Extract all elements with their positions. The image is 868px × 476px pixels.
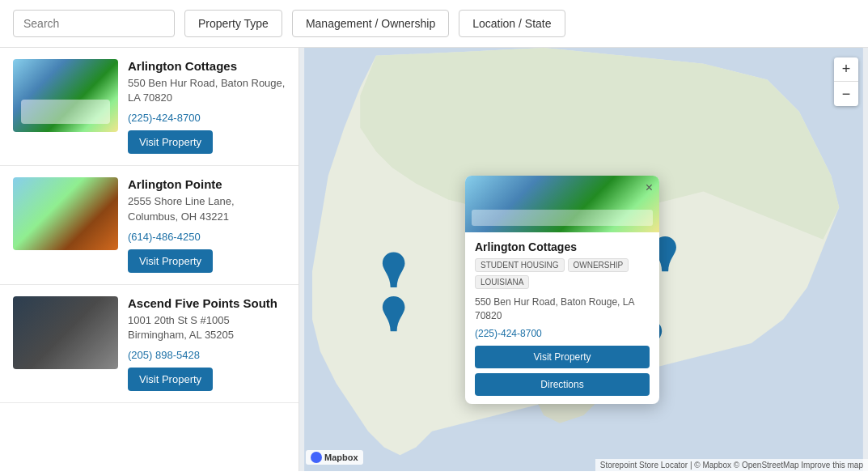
listing-info: Arlington Pointe 2555 Shore Line Lane, C… [128, 177, 286, 272]
zoom-out-button[interactable]: − [834, 82, 858, 106]
listing-address: 1001 20th St S #1005 Birmingham, AL 3520… [128, 313, 286, 342]
map-area[interactable]: × Arlington Cottages STUDENT HOUSING OWN… [299, 48, 868, 471]
listing-address: 550 Ben Hur Road, Baton Rouge, LA 70820 [128, 76, 286, 105]
zoom-in-button[interactable]: + [834, 57, 858, 82]
attribution-text: Storepoint Store Locator | © Mapbox © Op… [600, 461, 863, 470]
popup-tag-ownership: OWNERSHIP [568, 258, 629, 272]
listing-name: Ascend Five Points South [128, 296, 286, 310]
listing-address: 2555 Shore Line Lane, Columbus, OH 43221 [128, 194, 286, 223]
visit-property-button[interactable]: Visit Property [128, 249, 213, 273]
mapbox-logo-icon [311, 452, 322, 463]
search-input[interactable] [13, 10, 175, 37]
listing-phone[interactable]: (205) 898-5428 [128, 349, 286, 361]
popup-thumbnail [465, 176, 659, 232]
listing-info: Ascend Five Points South 1001 20th St S … [128, 296, 286, 391]
listing-phone[interactable]: (225)-424-8700 [128, 112, 286, 124]
listing-info: Arlington Cottages 550 Ben Hur Road, Bat… [128, 59, 286, 154]
popup-visit-button[interactable]: Visit Property [475, 346, 650, 368]
popup-tag-student: STUDENT HOUSING [475, 258, 565, 272]
map-controls: + − [834, 57, 858, 106]
management-filter[interactable]: Management / Ownership [292, 10, 449, 37]
list-item: Arlington Pointe 2555 Shore Line Lane, C… [0, 166, 299, 284]
mapbox-logo-text: Mapbox [324, 453, 358, 462]
visit-property-button[interactable]: Visit Property [128, 130, 213, 154]
property-thumbnail [13, 296, 118, 369]
top-bar: Property Type Management / Ownership Loc… [0, 0, 868, 48]
popup-address: 550 Ben Hur Road, Baton Rouge, LA 70820 [475, 295, 650, 323]
popup-close-button[interactable]: × [646, 181, 653, 195]
main-layout: Arlington Cottages 550 Ben Hur Road, Bat… [0, 48, 868, 471]
location-filter[interactable]: Location / State [459, 10, 565, 37]
popup-body: Arlington Cottages STUDENT HOUSING OWNER… [465, 232, 659, 404]
listing-panel: Arlington Cottages 550 Ben Hur Road, Bat… [0, 48, 299, 471]
listing-name: Arlington Pointe [128, 177, 286, 191]
property-type-filter[interactable]: Property Type [184, 10, 282, 37]
listing-name: Arlington Cottages [128, 59, 286, 73]
list-item: Ascend Five Points South 1001 20th St S … [0, 285, 299, 403]
list-item: Arlington Cottages 550 Ben Hur Road, Bat… [0, 48, 299, 166]
popup-property-name: Arlington Cottages [475, 240, 650, 253]
mapbox-logo: Mapbox [306, 450, 363, 465]
popup-actions: Visit Property Directions [475, 346, 650, 396]
popup-tag-state: LOUISIANA [475, 275, 529, 289]
listing-phone[interactable]: (614)-486-4250 [128, 231, 286, 243]
map-popup: × Arlington Cottages STUDENT HOUSING OWN… [465, 176, 659, 404]
property-thumbnail [13, 59, 118, 132]
visit-property-button[interactable]: Visit Property [128, 368, 213, 391]
popup-phone[interactable]: (225)-424-8700 [475, 328, 650, 339]
map-attribution: Storepoint Store Locator | © Mapbox © Op… [595, 459, 868, 471]
popup-tags: STUDENT HOUSING OWNERSHIP LOUISIANA [475, 258, 650, 289]
property-thumbnail [13, 177, 118, 250]
popup-directions-button[interactable]: Directions [475, 373, 650, 396]
